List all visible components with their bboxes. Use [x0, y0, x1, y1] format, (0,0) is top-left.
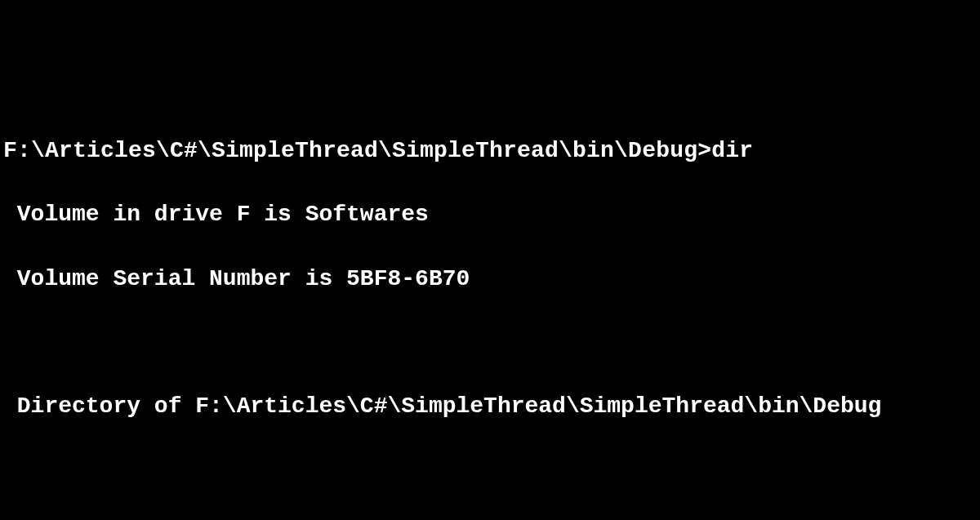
command-dir: dir [711, 138, 753, 163]
serial-info-line: Volume Serial Number is 5BF8-6B70 [3, 263, 980, 295]
directory-of-line: Directory of F:\Articles\C#\SimpleThread… [3, 390, 980, 422]
prompt-line-1: F:\Articles\C#\SimpleThread\SimpleThread… [3, 135, 980, 167]
blank-line [3, 327, 980, 358]
prompt-path: F:\Articles\C#\SimpleThread\SimpleThread… [3, 138, 711, 163]
volume-info-line: Volume in drive F is Softwares [3, 198, 980, 230]
blank-line [3, 455, 980, 487]
